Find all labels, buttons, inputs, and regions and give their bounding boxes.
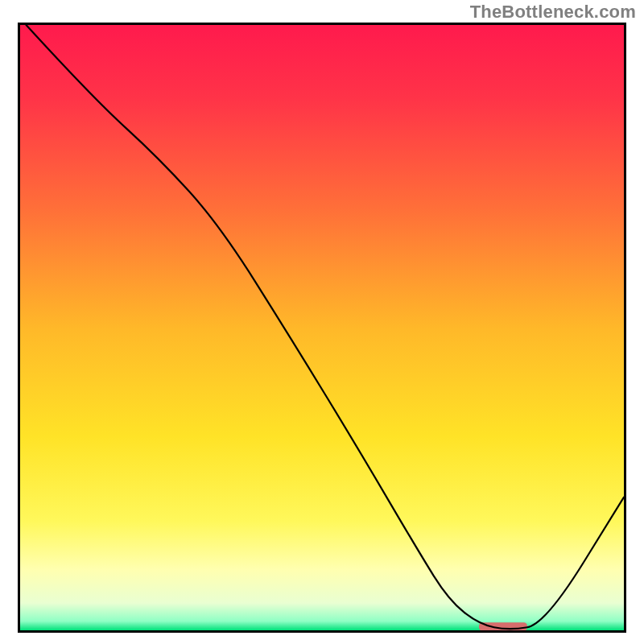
watermark-text: TheBottleneck.com — [470, 2, 636, 23]
plot-frame — [18, 23, 626, 633]
gradient-background — [20, 25, 624, 630]
chart-stage: TheBottleneck.com — [0, 0, 644, 644]
gradient-rect — [20, 25, 624, 630]
